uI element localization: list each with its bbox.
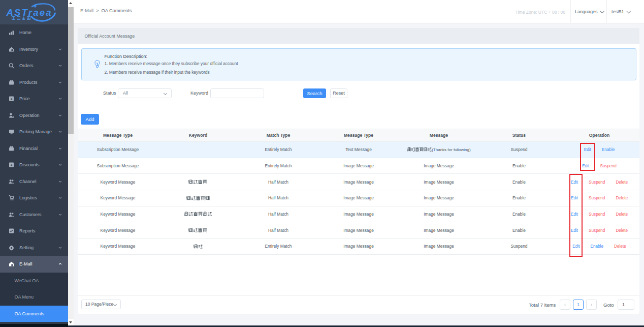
svg-text:ASTraea: ASTraea bbox=[6, 7, 52, 18]
